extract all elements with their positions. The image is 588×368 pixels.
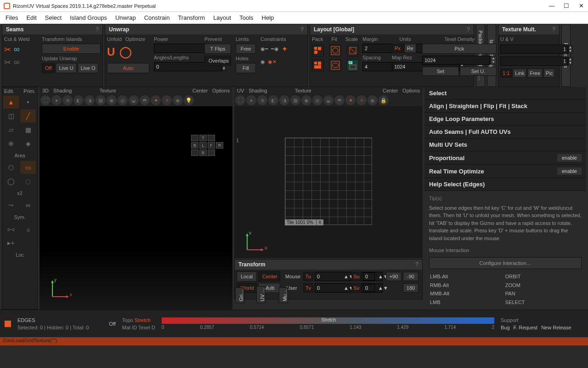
- pin-v-icon[interactable]: ◉━: [260, 46, 268, 52]
- uvtab[interactable]: UV …: [256, 286, 266, 303]
- su-spinner[interactable]: ▲▼: [378, 274, 384, 279]
- cut-icon[interactable]: ✂: [4, 45, 11, 55]
- live-u-button[interactable]: Live U: [56, 63, 76, 73]
- uvs4-icon[interactable]: ◑: [279, 95, 289, 105]
- projections-tab[interactable]: Projections: [561, 24, 571, 87]
- uvt2-icon[interactable]: ◉: [301, 95, 311, 105]
- newrel-link[interactable]: New Release: [541, 325, 571, 330]
- uv2-input[interactable]: [500, 57, 568, 66]
- 3d-viewport[interactable]: 3D Shading Texture Center Options ⛶●⊕◐◑ …: [40, 87, 232, 310]
- sphere-tool[interactable]: ⊕: [3, 137, 19, 150]
- sv-button[interactable]: Sv: [351, 283, 362, 293]
- help-icon[interactable]: ?: [96, 26, 99, 33]
- menu-files[interactable]: Files: [6, 14, 18, 21]
- tv-button[interactable]: Tv: [303, 283, 313, 293]
- auto-cut-icon[interactable]: ✂: [4, 58, 11, 68]
- uv1-input[interactable]: [500, 45, 568, 54]
- uvo1-icon[interactable]: ◉: [368, 95, 378, 105]
- uv-frame-icon[interactable]: ⛶: [235, 95, 245, 105]
- rto-enable-button[interactable]: enable: [557, 167, 582, 175]
- poly-tool[interactable]: ▱: [3, 123, 19, 136]
- rto-section[interactable]: Real Time Optimizeenable: [424, 165, 586, 178]
- face-tool[interactable]: ▦: [20, 123, 36, 136]
- re-button[interactable]: Re: [404, 44, 416, 53]
- center-button[interactable]: Center: [258, 271, 280, 282]
- free-button[interactable]: Free: [236, 44, 256, 54]
- grid-tab[interactable]: Gri…: [235, 288, 244, 303]
- uvs3-icon[interactable]: ◐: [268, 95, 278, 105]
- fit2-icon[interactable]: [329, 59, 341, 71]
- tile-x[interactable]: X: [316, 220, 322, 225]
- menu-island-groups[interactable]: Island Groups: [70, 14, 107, 21]
- p90-button[interactable]: +90: [386, 272, 401, 281]
- uvt3-icon[interactable]: ◍: [312, 95, 322, 105]
- enable-button[interactable]: Enable: [42, 44, 101, 54]
- pack-icon[interactable]: [312, 45, 324, 57]
- matid-label[interactable]: Mat ID: [122, 325, 137, 330]
- stretch-label[interactable]: Stretch: [135, 317, 151, 323]
- help-icon[interactable]: ?: [415, 261, 418, 268]
- live-o-button[interactable]: Live O: [78, 63, 99, 73]
- tv-spinner[interactable]: ▲▼: [344, 285, 350, 291]
- texeld-label[interactable]: Texel D: [138, 325, 155, 330]
- scale-p-icon[interactable]: P: [347, 59, 359, 71]
- x2-label[interactable]: x2: [3, 189, 36, 198]
- ring-tool[interactable]: ∞: [20, 199, 36, 212]
- shade3-icon[interactable]: ◐: [74, 95, 84, 105]
- tex2-icon[interactable]: ◉: [107, 95, 117, 105]
- weld-icon[interactable]: ∞: [14, 45, 20, 55]
- rect-tool[interactable]: ▭: [20, 161, 36, 174]
- local-button[interactable]: Local: [237, 271, 257, 282]
- maximize-button[interactable]: ☐: [563, 2, 570, 9]
- multi-uv-section[interactable]: Multi UV Sets: [424, 138, 586, 151]
- dot-tool[interactable]: •: [20, 96, 36, 109]
- flip-tool[interactable]: ▸+: [3, 236, 19, 249]
- grow-tool[interactable]: ◌: [20, 175, 36, 188]
- menu-select[interactable]: Select: [45, 14, 62, 21]
- proportional-section[interactable]: Proportionalenable: [424, 151, 586, 165]
- pin-h-icon[interactable]: ━◉: [271, 46, 279, 52]
- uv1-spinner[interactable]: ▲▼: [568, 45, 572, 53]
- close-button[interactable]: ✕: [578, 2, 584, 9]
- px-button[interactable]: Px: [392, 44, 403, 53]
- command-bar[interactable]: ZomLoadGridTexture(""): [0, 337, 588, 345]
- tex5-icon[interactable]: ◓: [140, 95, 150, 105]
- unfold-icon[interactable]: U: [107, 46, 115, 58]
- auto-button[interactable]: Auto: [107, 63, 149, 73]
- sv-input[interactable]: [363, 284, 375, 292]
- r180-button[interactable]: 180: [403, 283, 418, 293]
- uv-viewport[interactable]: UV Shading Texture Center Options ⛶●⊕◐◑ …: [234, 87, 423, 258]
- path-tool[interactable]: ⤳: [3, 199, 19, 212]
- help-icon[interactable]: ?: [467, 26, 470, 33]
- lasso-tool[interactable]: ◫: [3, 109, 19, 122]
- su-input[interactable]: [363, 272, 375, 281]
- m90-button[interactable]: -90: [403, 272, 418, 281]
- center1-icon[interactable]: ✦: [151, 95, 161, 105]
- pin-v2-icon[interactable]: ◉: [260, 59, 265, 65]
- menu-tools[interactable]: Tools: [239, 14, 253, 21]
- auto-weld-icon[interactable]: ∞: [14, 58, 20, 68]
- uvc2-icon[interactable]: ✧: [356, 95, 367, 105]
- minimize-button[interactable]: —: [548, 2, 555, 9]
- ratio-button[interactable]: 1:1: [500, 69, 512, 78]
- fill-button[interactable]: Fill: [236, 63, 256, 73]
- help-icon[interactable]: ?: [552, 26, 555, 33]
- menu-edit[interactable]: Edit: [26, 14, 36, 21]
- tex1-icon[interactable]: ▦: [96, 95, 106, 105]
- tu-spinner[interactable]: ▲▼: [344, 274, 350, 279]
- menu-layout[interactable]: Layout: [213, 14, 231, 21]
- select-section[interactable]: Select: [424, 87, 586, 100]
- edge-loop-section[interactable]: Edge Loop Parameters: [424, 113, 586, 126]
- view-cube[interactable]: T BLFR B: [190, 134, 224, 157]
- tex4-icon[interactable]: ◒: [129, 95, 139, 105]
- pointer-tool[interactable]: ▲: [3, 96, 19, 109]
- free-button[interactable]: Free: [527, 69, 543, 78]
- help-icon[interactable]: ?: [300, 26, 304, 33]
- topo-label[interactable]: Topo: [122, 317, 133, 323]
- menu-help[interactable]: Help: [262, 14, 274, 21]
- uv2-spinner[interactable]: ▲▼: [568, 57, 572, 65]
- off-button[interactable]: Off: [42, 63, 55, 73]
- setu-button[interactable]: Set U.: [460, 67, 497, 76]
- shade1-icon[interactable]: ●: [51, 95, 62, 105]
- mutab[interactable]: Mu…: [279, 288, 288, 303]
